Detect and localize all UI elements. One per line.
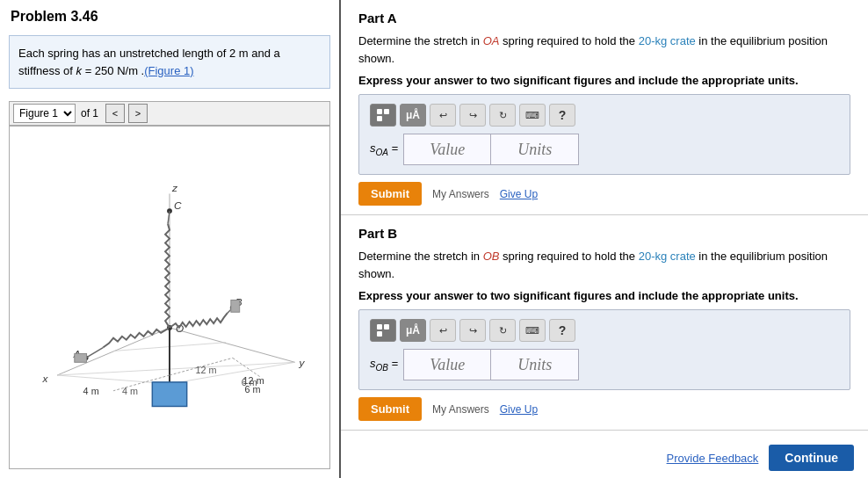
part-b-units-input[interactable] (491, 349, 579, 380)
svg-text:4 m: 4 m (122, 386, 138, 396)
svg-rect-24 (152, 382, 186, 407)
svg-text:z: z (171, 182, 177, 194)
part-b-title: Part B (358, 226, 850, 241)
keyboard-button-b[interactable]: ⌨ (519, 319, 546, 342)
part-a-submit-button[interactable]: Submit (358, 182, 422, 206)
part-b-section: Part B Determine the stretch in OB sprin… (341, 215, 868, 431)
part-a-input-row: sOA = (370, 134, 839, 165)
bottom-bar: Provide Feedback Continue (341, 438, 868, 478)
part-a-input-label: sOA = (370, 141, 398, 157)
feedback-link[interactable]: Provide Feedback (667, 452, 759, 465)
part-b-input-row: sOB = (370, 349, 839, 380)
figure-area: O z C A B (9, 126, 330, 469)
svg-text:y: y (299, 357, 306, 369)
svg-text:6 m: 6 m (242, 377, 257, 387)
mu-button-a[interactable]: μÅ (400, 104, 426, 127)
part-a-express-label: Express your answer to two significant f… (358, 74, 850, 87)
continue-button[interactable]: Continue (769, 445, 854, 471)
part-a-value-input[interactable] (403, 134, 491, 165)
part-a-give-up[interactable]: Give Up (500, 188, 538, 200)
svg-rect-41 (377, 331, 382, 337)
svg-text:12 m: 12 m (196, 365, 217, 375)
keyboard-button-a[interactable]: ⌨ (519, 104, 546, 127)
help-button-a[interactable]: ? (549, 104, 575, 127)
part-b-give-up[interactable]: Give Up (500, 403, 538, 416)
svg-text:C: C (174, 199, 182, 212)
part-a-title: Part A (358, 11, 850, 25)
figure1-link[interactable]: (Figure 1) (144, 64, 193, 77)
svg-rect-39 (377, 324, 382, 330)
mu-button-b[interactable]: μÅ (400, 319, 426, 342)
svg-text:4 m: 4 m (83, 386, 99, 396)
part-b-action-row: Submit My Answers Give Up (358, 397, 850, 421)
next-figure-button[interactable]: > (128, 104, 148, 123)
part-a-answer-box: μÅ ↩ ↪ ↻ ⌨ ? sOA = (358, 94, 850, 175)
of-label: of 1 (81, 107, 98, 120)
figure-svg: O z C A B (10, 127, 329, 468)
desc-text: Each spring has an unstretched length of… (18, 47, 280, 77)
svg-rect-37 (384, 109, 389, 114)
part-b-my-answers[interactable]: My Answers (432, 403, 489, 416)
part-a-desc: Determine the stretch in OA spring requi… (358, 33, 850, 67)
part-a-section: Part A Determine the stretch in OA sprin… (341, 0, 868, 215)
redo-button-b[interactable]: ↪ (459, 319, 486, 342)
help-button-b[interactable]: ? (549, 319, 575, 342)
part-b-submit-button[interactable]: Submit (358, 397, 422, 421)
right-panel: Part A Determine the stretch in OA sprin… (341, 0, 868, 478)
part-a-action-row: Submit My Answers Give Up (358, 182, 850, 206)
left-panel: Problem 3.46 Each spring has an unstretc… (0, 0, 341, 478)
svg-rect-17 (75, 353, 87, 362)
problem-title: Problem 3.46 (0, 0, 339, 30)
svg-rect-40 (384, 324, 389, 330)
part-b-answer-box: μÅ ↩ ↪ ↻ ⌨ ? sOB = (358, 309, 850, 390)
part-a-toolbar: μÅ ↩ ↪ ↻ ⌨ ? (370, 104, 839, 127)
grid-button-b[interactable] (370, 319, 396, 342)
prev-figure-button[interactable]: < (105, 104, 125, 123)
svg-text:x: x (41, 373, 48, 385)
part-b-express-label: Express your answer to two significant f… (358, 289, 850, 302)
refresh-button-b[interactable]: ↻ (489, 319, 516, 342)
figure-nav: Figure 1 of 1 < > (9, 101, 330, 126)
svg-rect-38 (377, 116, 382, 121)
refresh-button-a[interactable]: ↻ (489, 104, 516, 127)
svg-rect-36 (377, 109, 382, 114)
undo-button-b[interactable]: ↩ (430, 319, 456, 342)
figure-select[interactable]: Figure 1 (13, 104, 76, 123)
svg-rect-21 (231, 300, 240, 312)
part-a-my-answers[interactable]: My Answers (432, 188, 489, 200)
grid-button-a[interactable] (370, 104, 396, 127)
part-a-units-input[interactable] (491, 134, 579, 165)
redo-button-a[interactable]: ↪ (459, 104, 486, 127)
part-b-input-label: sOB = (370, 357, 398, 373)
undo-button-a[interactable]: ↩ (430, 104, 456, 127)
part-b-value-input[interactable] (403, 349, 491, 380)
part-b-toolbar: μÅ ↩ ↪ ↻ ⌨ ? (370, 319, 839, 342)
part-b-desc: Determine the stretch in OB spring requi… (358, 248, 850, 282)
problem-description: Each spring has an unstretched length of… (9, 35, 330, 89)
